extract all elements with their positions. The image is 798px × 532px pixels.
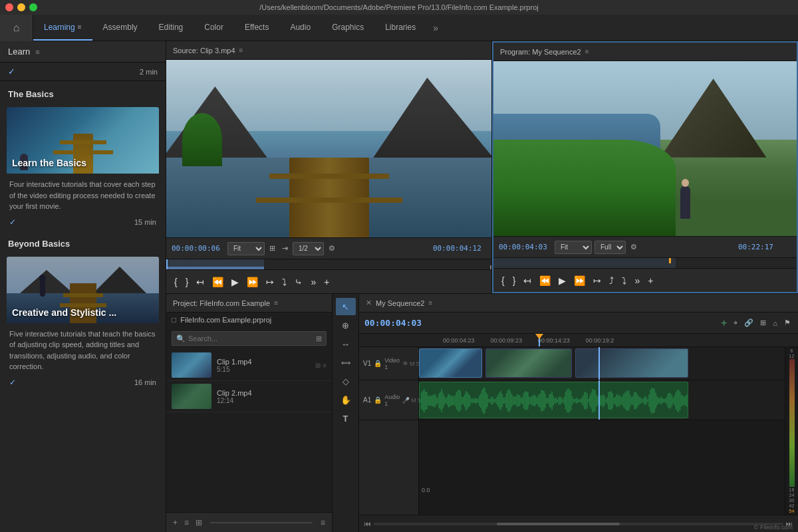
v1-lock-icon[interactable]: 🔒 <box>374 360 382 367</box>
tutorial-card-creative[interactable]: Creative and Stylistic ... Five interact… <box>7 257 159 387</box>
program-step-fwd-button[interactable]: ⏩ <box>571 274 588 287</box>
window-controls[interactable] <box>5 3 37 11</box>
list-view-button[interactable]: ≡ <box>183 517 190 529</box>
source-safe-zones-button[interactable]: ⊞ <box>267 243 277 254</box>
seq-add-track-button[interactable]: + <box>719 316 729 331</box>
tab-learning[interactable]: Learning ≡ <box>33 15 92 41</box>
section-title-basics: The Basics <box>0 81 166 103</box>
seq-color-button[interactable]: ⌂ <box>771 318 779 329</box>
v1-mute-button[interactable]: M <box>410 360 415 367</box>
tab-graphics[interactable]: Graphics <box>321 15 374 41</box>
source-add-marker-button[interactable]: + <box>321 275 332 289</box>
panel-menu-button[interactable]: ≡ <box>319 517 327 529</box>
video-clip-2[interactable] <box>485 348 572 378</box>
video-clip-3[interactable] <box>575 348 688 378</box>
svg-rect-51 <box>476 398 477 403</box>
source-insert-button[interactable]: ⤵ <box>279 275 289 289</box>
tutorial-card-learn-basics[interactable]: Learn the Basics Four interactive tutori… <box>7 107 159 227</box>
icon-view-button[interactable]: ⊞ <box>194 517 203 529</box>
program-more-button[interactable]: » <box>632 274 642 287</box>
program-step-back-button[interactable]: ⏪ <box>537 274 553 287</box>
seq-linked-button[interactable]: 🔗 <box>742 317 755 329</box>
svg-rect-29 <box>447 396 448 404</box>
project-panel-menu-icon[interactable]: ≡ <box>274 299 278 307</box>
v1-eye-button[interactable]: 👁 <box>402 360 408 367</box>
seq-marker-button[interactable]: ⚑ <box>782 317 793 329</box>
source-fit-select[interactable]: Fit 25% 50% 100% <box>227 242 265 255</box>
filter-icon[interactable]: ⊞ <box>316 334 322 343</box>
audio-clip-1[interactable] <box>419 382 688 418</box>
minimize-button[interactable] <box>17 3 25 11</box>
select-tool-button[interactable]: ↖ <box>336 298 356 315</box>
sequence-menu-icon[interactable]: ≡ <box>428 299 432 307</box>
program-play-button[interactable]: ▶ <box>556 274 569 287</box>
program-fit-select[interactable]: Fit 25% 50% 100% <box>555 241 592 254</box>
tab-assembly[interactable]: Assembly <box>92 15 148 41</box>
source-export-frame-button[interactable]: ⇥ <box>280 243 290 254</box>
a1-mute-button[interactable]: M <box>411 397 416 404</box>
source-play-button[interactable]: ▶ <box>229 275 241 289</box>
tab-editing[interactable]: Editing <box>148 15 194 41</box>
maximize-button[interactable] <box>29 3 37 11</box>
learn-header: Learn ≡ <box>0 41 166 63</box>
a1-mic-button[interactable]: 🎤 <box>402 397 410 404</box>
source-more-button[interactable]: » <box>308 275 319 289</box>
tab-audio[interactable]: Audio <box>279 15 321 41</box>
hand-tool-button[interactable]: ✋ <box>336 391 356 408</box>
source-step-back-button[interactable]: ⏪ <box>209 275 226 289</box>
source-step-fwd-button[interactable]: ⏩ <box>244 275 261 289</box>
project-file-row[interactable]: □ FileInfo.com Example.prproj <box>166 313 332 327</box>
svg-rect-82 <box>518 395 519 406</box>
program-mark-in-button[interactable]: { <box>499 274 507 287</box>
new-bin-button[interactable]: + <box>172 517 179 529</box>
text-tool-button[interactable]: T <box>336 410 356 427</box>
source-panel-menu-icon[interactable]: ≡ <box>239 47 243 54</box>
seq-snap-button[interactable]: ⌖ <box>732 317 739 329</box>
seq-goto-start-button[interactable]: ⏮ <box>364 520 371 527</box>
seq-ripple-button[interactable]: ⊞ <box>758 317 768 329</box>
svg-rect-25 <box>441 389 442 412</box>
video-clip-1[interactable] <box>419 348 482 378</box>
close-button[interactable] <box>5 3 13 11</box>
source-settings-button[interactable]: ⚙ <box>327 243 337 254</box>
list-item[interactable]: Clip 1.mp4 5:15 ⊞ ≡ <box>166 350 332 381</box>
program-lift-button[interactable]: ⤴ <box>606 274 616 287</box>
tab-libraries[interactable]: Libraries <box>374 15 426 41</box>
program-goto-in-button[interactable]: ↤ <box>521 274 534 287</box>
search-input[interactable] <box>188 334 313 342</box>
track-select-tool-button[interactable]: ⊕ <box>336 317 356 334</box>
program-settings-button[interactable]: ⚙ <box>628 241 639 253</box>
learn-menu-icon[interactable]: ≡ <box>35 48 39 56</box>
program-mark-out-button[interactable]: } <box>510 274 519 287</box>
sequence-close-icon[interactable]: ✕ <box>366 299 372 307</box>
list-item[interactable]: Clip 2.mp4 12:14 <box>166 381 332 412</box>
source-goto-in-button[interactable]: ↤ <box>194 275 207 289</box>
program-goto-out-button[interactable]: ↦ <box>591 274 604 287</box>
rolling-edit-tool-button[interactable]: ⟺ <box>336 354 356 371</box>
home-button[interactable]: ⌂ <box>0 15 33 41</box>
learning-menu-icon[interactable]: ≡ <box>78 23 82 31</box>
source-overwrite-button[interactable]: ⤷ <box>292 275 305 289</box>
pen-tool-button[interactable]: ◇ <box>336 372 356 390</box>
source-goto-out-button[interactable]: ↦ <box>263 275 277 289</box>
source-mark-out-button[interactable]: } <box>183 275 192 289</box>
svg-rect-166 <box>631 397 632 404</box>
tab-color[interactable]: Color <box>194 15 234 41</box>
zoom-slider[interactable] <box>210 522 313 523</box>
source-quality-select[interactable]: 1/2 1/4 Full <box>293 242 324 255</box>
program-extract-button[interactable]: ⤵ <box>619 274 629 287</box>
ripple-edit-tool-button[interactable]: ↔ <box>336 335 356 352</box>
source-mark-in-button[interactable]: { <box>172 275 180 289</box>
sequence-scrollbar[interactable] <box>374 523 783 525</box>
tab-effects[interactable]: Effects <box>234 15 279 41</box>
svg-rect-139 <box>595 390 596 411</box>
search-bar[interactable]: 🔍 ⊞ <box>172 331 327 346</box>
program-quality-select[interactable]: Full 1/2 1/4 <box>595 241 626 254</box>
project-panel-header: Project: FileInfo.com Example ≡ <box>166 294 332 313</box>
svg-rect-105 <box>549 394 550 407</box>
svg-rect-107 <box>551 392 553 410</box>
program-add-marker-button[interactable]: + <box>645 274 656 287</box>
program-panel-menu-icon[interactable]: ≡ <box>585 48 589 55</box>
more-workspaces-icon[interactable]: » <box>426 23 445 33</box>
a1-lock-icon[interactable]: 🔒 <box>374 396 382 404</box>
